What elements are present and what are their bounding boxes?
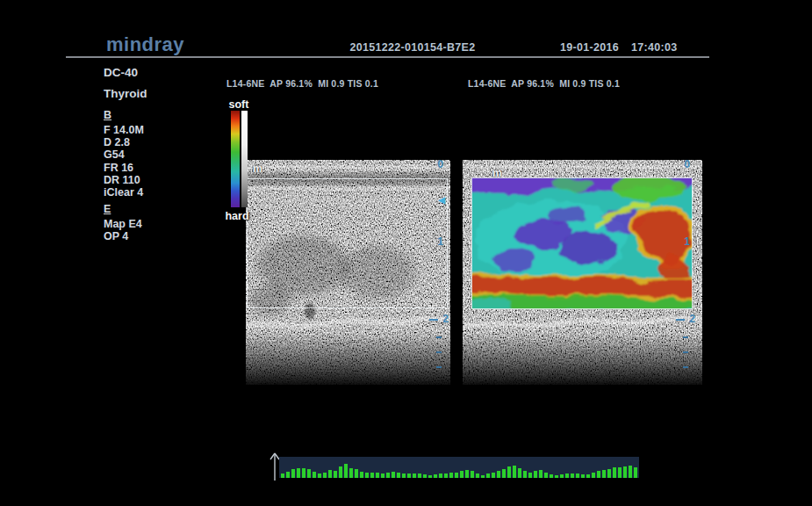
histogram-bar [629, 466, 632, 478]
depth-ruler: 0 1 2 [671, 160, 697, 385]
histogram-bar [370, 473, 374, 478]
histogram-bar [497, 471, 500, 478]
histogram-bar [565, 473, 569, 478]
histogram-bar [555, 475, 558, 478]
histogram-bar [355, 469, 358, 478]
machine-model: DC-40 [104, 66, 209, 79]
histogram-bar [523, 471, 527, 478]
histogram-bar [544, 473, 548, 478]
bmode-section-label: B [104, 109, 209, 121]
histogram-bar [513, 466, 516, 478]
probe-info-right: L14-6NE AP 96.1% MI 0.9 TIS 0.1 [468, 78, 620, 89]
histogram-bar [397, 473, 400, 478]
sidebar-param: FR 16 [104, 162, 209, 174]
histogram-bar [328, 470, 332, 478]
histogram-bar [597, 471, 600, 478]
histogram-bar [439, 473, 442, 478]
histogram-bar [618, 467, 622, 478]
sidebar-param: Map E4 [104, 218, 209, 230]
histogram-bar [449, 473, 453, 478]
depth-tick [436, 366, 442, 368]
sidebar-param: OP 4 [104, 230, 209, 242]
histogram-bar [334, 471, 337, 478]
depth-tick [436, 351, 442, 353]
histogram-bar [344, 464, 348, 478]
probe-info-left: L14-6NE AP 96.1% MI 0.9 TIS 0.1 [226, 78, 378, 89]
histogram-bar [576, 473, 579, 478]
histogram-bar [434, 474, 437, 478]
histogram-bar [623, 466, 627, 478]
depth-tick [683, 351, 688, 353]
hard-label: hard [219, 210, 255, 222]
histogram-bar [471, 471, 474, 478]
histogram-bar [502, 469, 506, 478]
exam-datetime: 19-01-2016 17:40:03 [560, 41, 718, 54]
histogram-bar [607, 469, 611, 478]
histogram-bar [428, 475, 432, 478]
histogram-bar [291, 469, 295, 478]
histogram-bar [602, 470, 606, 478]
histogram-bar [571, 473, 574, 478]
header-separator [66, 56, 709, 58]
histogram-bar [476, 473, 479, 478]
elasto-section-label: E [104, 203, 209, 215]
histogram-bar [634, 467, 637, 478]
histogram-bar [592, 473, 595, 478]
bmode-param-list: F 14.0MD 2.8G54FR 16DR 110iClear 4 [104, 124, 209, 199]
histogram-bar [550, 474, 553, 478]
histogram-bar [460, 471, 463, 478]
elasto-panel: m 0 1 2 [463, 160, 702, 385]
histogram-bar [423, 474, 427, 478]
histogram-bar [386, 473, 390, 478]
ultrasound-screen: { "colors": { "logo": "#5b7fa6", "header… [0, 0, 812, 506]
sidebar-params: DC-40 Thyroid B F 14.0MD 2.8G54FR 16DR 1… [104, 66, 209, 243]
histogram-bar [586, 474, 590, 478]
histogram-bar [534, 471, 537, 478]
histogram-bar [613, 467, 616, 478]
histogram-bar [302, 468, 305, 478]
histogram-bar [560, 474, 564, 478]
histogram-bar [392, 472, 395, 478]
histogram-bar [313, 472, 316, 478]
histogram-bar [581, 474, 585, 478]
exam-date: 19-01-2016 [560, 41, 619, 54]
histogram-bar [518, 468, 521, 478]
histogram-bar [407, 473, 411, 478]
orientation-marker-icon: m [492, 167, 502, 179]
roi-box[interactable] [471, 177, 693, 309]
orientation-marker-icon: m [253, 163, 262, 175]
histogram-bar [455, 473, 458, 478]
histogram-bar [307, 469, 311, 478]
depth-label-1: 1 [437, 235, 443, 248]
histogram-bar [465, 470, 469, 478]
histogram-bar [360, 472, 363, 478]
histogram-bar [323, 473, 327, 478]
histogram-bar [318, 473, 321, 478]
roi-box[interactable] [247, 178, 448, 308]
depth-label-2: 2 [689, 313, 695, 325]
histogram-bar [486, 473, 490, 478]
strain-histogram [279, 457, 639, 478]
histogram-bar [281, 473, 284, 478]
elasto-param-list: Map E4OP 4 [104, 218, 209, 242]
histogram-bar [381, 473, 384, 478]
depth-tick [683, 366, 688, 368]
depth-label-1: 1 [684, 235, 690, 248]
sidebar-param: D 2.8 [104, 136, 209, 148]
histogram-bar [297, 468, 300, 478]
exam-preset: Thyroid [104, 87, 209, 100]
sidebar-param: F 14.0M [104, 124, 209, 136]
exam-id: 20151222-010154-B7E2 [298, 41, 527, 54]
depth-tick [683, 336, 688, 338]
depth-label-0: 0 [684, 160, 690, 170]
sidebar-param: DR 110 [104, 174, 209, 186]
histogram-bar [365, 473, 369, 478]
exam-time: 17:40:03 [631, 41, 677, 54]
depth-tick [429, 319, 438, 321]
histogram-bar [349, 468, 353, 478]
depth-tick [676, 319, 685, 321]
histogram-bar [539, 470, 543, 478]
strain-histogram-bars [281, 457, 637, 478]
histogram-bar [418, 473, 421, 478]
histogram-bar [286, 472, 290, 478]
